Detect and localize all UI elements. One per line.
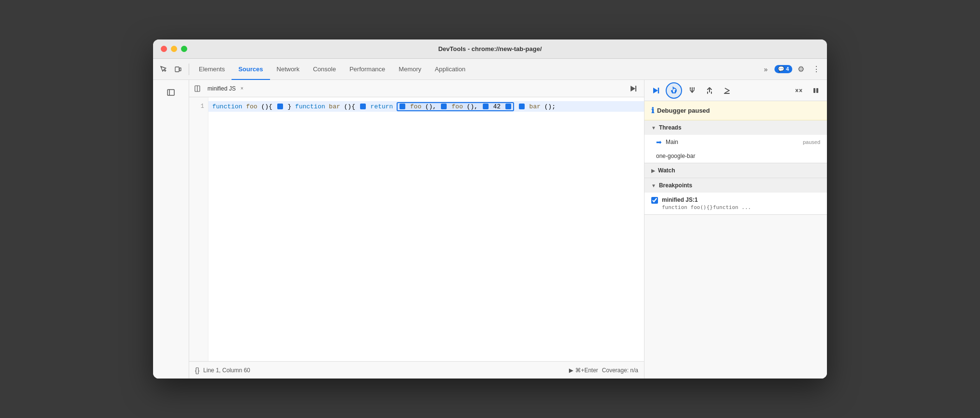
tab-memory[interactable]: Memory: [392, 59, 428, 80]
status-bar: {} Line 1, Column 60 ▶ ⌘+Enter Coverage:…: [189, 361, 644, 379]
svg-marker-6: [631, 86, 635, 91]
svg-marker-8: [653, 88, 658, 93]
threads-section: ▼ Threads ➡ Main paused one-google-bar: [645, 120, 827, 163]
inspect-element-icon[interactable]: [157, 63, 170, 76]
maximize-button[interactable]: [181, 46, 187, 52]
line-column: Line 1, Column 60: [203, 367, 250, 374]
tab-divider: [189, 64, 189, 75]
debugger-toolbar: [645, 80, 827, 101]
pause-on-exceptions-button[interactable]: [809, 83, 823, 98]
devtools-body: Elements Sources Network Console Perform…: [153, 59, 827, 379]
svg-rect-0: [175, 67, 179, 72]
breakpoint-item-1: minified JS:1 function foo(){}function .…: [645, 193, 827, 214]
more-menu-button[interactable]: ⋮: [810, 63, 823, 76]
code-line-1: function foo (){ } function bar (){: [208, 101, 644, 112]
status-left: {} Line 1, Column 60: [195, 366, 250, 374]
code-area: 1 function foo (){ } function: [189, 97, 644, 361]
code-content[interactable]: function foo (){ } function bar (){: [208, 97, 644, 361]
watch-chevron: ▶: [651, 168, 655, 173]
more-tabs-button[interactable]: »: [759, 63, 773, 76]
breakpoint-marker-1: [277, 104, 283, 109]
device-toolbar-icon[interactable]: [171, 63, 185, 76]
thread-main[interactable]: ➡ Main paused: [645, 135, 827, 149]
right-panel: ℹ Debugger paused ▼ Threads ➡ Main pause…: [644, 80, 827, 379]
debugger-paused-banner: ℹ Debugger paused: [645, 101, 827, 120]
step-over-button[interactable]: [666, 82, 682, 99]
threads-chevron: ▼: [651, 125, 656, 131]
devtools-window: DevTools - chrome://new-tab-page/ Elemen…: [153, 39, 827, 379]
tab-application[interactable]: Application: [428, 59, 472, 80]
format-icon[interactable]: {}: [195, 366, 199, 374]
run-button[interactable]: ▶ ⌘+Enter: [569, 367, 598, 374]
chat-icon: 💬: [778, 66, 785, 72]
main-area: minified JS ×: [153, 80, 827, 379]
line-numbers: 1: [189, 97, 208, 361]
tab-elements[interactable]: Elements: [192, 59, 232, 80]
tab-performance[interactable]: Performance: [343, 59, 392, 80]
step-button[interactable]: [720, 83, 734, 98]
breakpoints-chevron: ▼: [651, 183, 656, 188]
close-button[interactable]: [161, 46, 167, 52]
watch-label: Watch: [658, 167, 675, 174]
line-number-1: 1: [189, 101, 208, 112]
status-right: ▶ ⌘+Enter Coverage: n/a: [569, 367, 638, 374]
breakpoint-checkbox-1[interactable]: [651, 197, 658, 204]
minimize-button[interactable]: [171, 46, 177, 52]
deactivate-breakpoints-button[interactable]: [791, 83, 806, 98]
file-tree-toggle[interactable]: [162, 84, 180, 101]
left-panel: [153, 80, 189, 379]
source-header-right: [626, 81, 640, 96]
breakpoints-label: Breakpoints: [659, 182, 692, 189]
svg-rect-1: [180, 68, 181, 71]
traffic-lights: [161, 46, 187, 52]
tabs-bar: Elements Sources Network Console Perform…: [153, 59, 827, 80]
svg-rect-24: [816, 88, 818, 93]
step-out-button[interactable]: [702, 83, 717, 98]
tab-console[interactable]: Console: [306, 59, 343, 80]
titlebar: DevTools - chrome://new-tab-page/: [153, 39, 827, 59]
tab-sources[interactable]: Sources: [232, 59, 270, 80]
window-title: DevTools - chrome://new-tab-page/: [438, 45, 542, 52]
settings-button[interactable]: ⚙: [794, 63, 808, 76]
breakpoints-section: ▼ Breakpoints minified JS:1 function foo…: [645, 178, 827, 215]
watch-header[interactable]: ▶ Watch: [645, 163, 827, 178]
coverage-label: Coverage: n/a: [602, 367, 638, 374]
run-snippet-button[interactable]: [626, 81, 640, 96]
thread-google-bar[interactable]: one-google-bar: [645, 149, 827, 163]
thread-main-label: Main: [666, 139, 678, 145]
breakpoint-file-1: minified JS:1: [662, 196, 751, 203]
resume-button[interactable]: [648, 83, 663, 98]
source-header: minified JS ×: [189, 80, 644, 97]
source-tab-label: minified JS: [207, 85, 236, 92]
chat-badge[interactable]: 💬 4: [774, 65, 792, 73]
thread-arrow-icon: ➡: [656, 138, 662, 146]
watch-section: ▶ Watch: [645, 163, 827, 178]
svg-rect-2: [168, 90, 174, 95]
breakpoint-marker-2: [360, 104, 366, 109]
threads-header[interactable]: ▼ Threads: [645, 120, 827, 135]
source-file-tab[interactable]: minified JS ×: [203, 80, 250, 97]
source-panel: minified JS ×: [189, 80, 644, 379]
thread-main-status: paused: [803, 139, 820, 145]
debugger-paused-text: Debugger paused: [657, 107, 710, 114]
source-tab-close[interactable]: ×: [239, 85, 245, 92]
breakpoint-code-1: function foo(){}function ...: [662, 204, 751, 210]
step-into-button[interactable]: [685, 83, 699, 98]
info-icon: ℹ: [651, 106, 654, 115]
source-panel-icon: [193, 84, 203, 93]
tab-network[interactable]: Network: [270, 59, 307, 80]
threads-body: ➡ Main paused one-google-bar: [645, 135, 827, 163]
breakpoints-body: minified JS:1 function foo(){}function .…: [645, 193, 827, 214]
selection-highlight: foo (), foo (), 42: [397, 102, 514, 111]
play-icon: ▶: [569, 367, 573, 374]
threads-label: Threads: [659, 124, 682, 131]
svg-rect-23: [813, 88, 815, 93]
tabs-right: » 💬 4 ⚙ ⋮: [759, 63, 823, 76]
breakpoints-header[interactable]: ▼ Breakpoints: [645, 178, 827, 193]
thread-google-bar-label: one-google-bar: [656, 153, 695, 159]
